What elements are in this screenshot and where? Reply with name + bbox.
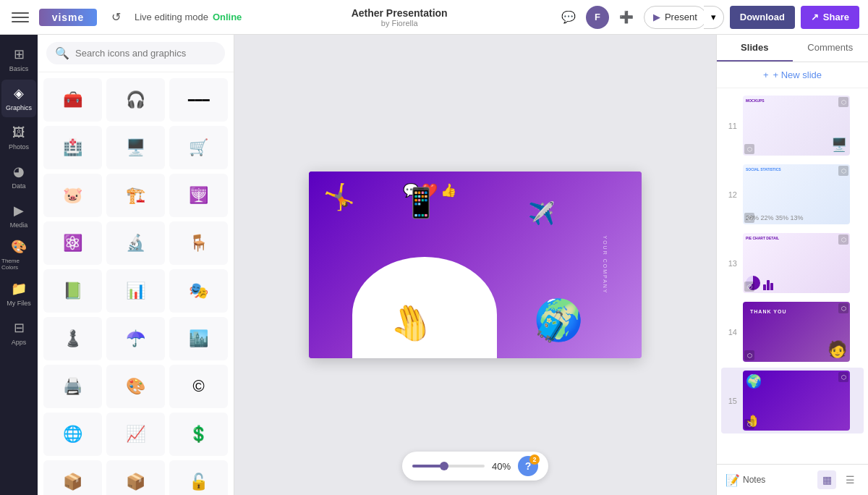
my-files-icon: 📁 <box>11 281 27 297</box>
presentation-subtitle: by Fiorella <box>381 19 418 28</box>
search-input-wrap: 🔍 <box>46 42 225 64</box>
graphics-panel: 🔍 🧰 🎧 ━━━ 🏥 🖥️ 🛒 🐷 🏗️ 🕎 ⚛️ 🔬 🪑 📗 📊 <box>38 35 234 495</box>
presentation-title: Aether Presentation <box>352 7 448 19</box>
data-icon: ◕ <box>13 164 25 179</box>
apps-icon: ⊟ <box>14 320 25 336</box>
tab-comments[interactable]: Comments <box>793 35 869 62</box>
list-view-button[interactable]: ☰ <box>841 470 859 489</box>
notes-icon: 📝 <box>726 473 740 487</box>
graphic-item[interactable]: ⚛️ <box>43 221 102 265</box>
menu-icon[interactable] <box>9 6 32 29</box>
search-box: 🔍 <box>38 35 234 72</box>
slide-bars <box>396 308 428 351</box>
zoom-value: 40% <box>492 461 511 472</box>
graphic-item[interactable]: 💲 <box>169 412 228 456</box>
sidebar-item-label: Graphics <box>6 104 32 111</box>
sidebar-item-photos[interactable]: 🖼 Photos <box>1 119 36 156</box>
graphics-grid: 🧰 🎧 ━━━ 🏥 🖥️ 🛒 🐷 🏗️ 🕎 ⚛️ 🔬 🪑 📗 📊 🎭 ♟️ ☂️… <box>38 72 234 495</box>
graphic-item[interactable]: 🖥️ <box>106 126 165 169</box>
slide-number: 15 <box>724 397 737 405</box>
sidebar-item-label: Photos <box>9 143 29 151</box>
sidebar-item-apps[interactable]: ⊟ Apps <box>1 314 36 352</box>
slide-item-15[interactable]: 15 ⬡ 🌍 🤚 ⬡ <box>721 368 864 433</box>
graphic-item[interactable]: 📊 <box>106 269 165 313</box>
slide-person: 🤸 <box>323 182 355 212</box>
graphic-item[interactable]: ━━━ <box>169 78 228 122</box>
grid-view-button[interactable]: ▦ <box>817 470 836 489</box>
canvas-area: 🤸 💬❤️👍 📱 🤚 ✈️ 🌍 🧳 YOUR COMPANY <box>234 35 716 495</box>
topbar: visme ↺ Live editing mode Online Aether … <box>0 0 868 35</box>
graphic-item[interactable]: 🎧 <box>106 78 165 122</box>
graphic-item[interactable]: 🏙️ <box>169 317 228 360</box>
graphic-item[interactable]: 🧰 <box>43 78 102 122</box>
notes-button[interactable]: 📝 Notes <box>726 473 765 487</box>
graphic-item[interactable]: ©️ <box>169 365 228 408</box>
search-icon: 🔍 <box>55 46 69 60</box>
sidebar-item-label: Data <box>12 182 25 190</box>
graphic-item[interactable]: 📗 <box>43 269 102 313</box>
graphic-item[interactable]: ♟️ <box>43 317 102 360</box>
graphic-item[interactable]: 🎭 <box>169 269 228 313</box>
graphic-item[interactable]: 🔬 <box>106 221 165 265</box>
slide-item-12[interactable]: 12 ⬡ SOCIAL STATISTICS 28% 22% 35% 13% ⬡ <box>721 161 864 227</box>
presentation-info: Aether Presentation by Fiorella <box>249 7 550 28</box>
sidebar-item-media[interactable]: ▶ Media <box>1 197 36 234</box>
slide-item-14[interactable]: 14 ⬡ THANK YOU 🧑 ⬡ <box>721 299 864 365</box>
logo-image: visme <box>39 9 97 26</box>
slide-number: 12 <box>724 190 737 199</box>
present-button[interactable]: ▶ Present <box>644 6 707 29</box>
graphic-item[interactable]: 🐷 <box>43 174 102 217</box>
online-badge: Online <box>213 12 242 22</box>
sidebar-item-theme-colors[interactable]: 🎨 Theme Colors <box>1 236 36 274</box>
graphic-item[interactable]: 📈 <box>106 412 165 456</box>
slide-number: 13 <box>724 259 737 268</box>
graphic-item[interactable]: 🛒 <box>169 126 228 169</box>
new-slide-button[interactable]: + + New slide <box>717 62 868 88</box>
present-dropdown-button[interactable]: ▾ <box>704 6 724 29</box>
share-button[interactable]: ↗ Share <box>801 6 859 29</box>
tab-slides[interactable]: Slides <box>717 35 793 62</box>
graphic-item[interactable]: 🏥 <box>43 126 102 169</box>
sidebar-item-my-files[interactable]: 📁 My Files <box>1 275 36 313</box>
graphic-item[interactable]: 🏗️ <box>106 174 165 217</box>
graphic-item[interactable]: 🕎 <box>169 174 228 217</box>
graphic-item[interactable]: 📦 <box>106 460 165 495</box>
slide-item-11[interactable]: 11 ⬡ MOCKUPS 🖥️ ⬡ <box>721 93 864 158</box>
theme-colors-icon: 🎨 <box>11 239 27 255</box>
comments-icon[interactable]: 💬 <box>557 6 580 29</box>
graphic-item[interactable]: 🖨️ <box>43 365 102 408</box>
slide-canvas[interactable]: 🤸 💬❤️👍 📱 🤚 ✈️ 🌍 🧳 YOUR COMPANY <box>309 172 642 358</box>
edit-mode-label: Live editing mode Online <box>135 12 242 22</box>
slides-comments-tabs: Slides Comments <box>717 35 868 62</box>
undo-button[interactable]: ↺ <box>104 6 127 29</box>
avatar[interactable]: F <box>586 6 609 29</box>
slide-thumbnail-12: ⬡ SOCIAL STATISTICS 28% 22% 35% 13% ⬡ <box>743 164 850 224</box>
sidebar-item-basics[interactable]: ⊞ Basics <box>1 41 36 78</box>
sidebar-item-graphics[interactable]: ◈ Graphics <box>1 80 36 117</box>
slide-item-13[interactable]: 13 ⬡ PIE CHART DETAIL <box>721 230 864 296</box>
graphic-item[interactable]: 🪑 <box>169 221 228 265</box>
main-layout: ⊞ Basics ◈ Graphics 🖼 Photos ◕ Data ▶ Me… <box>0 35 868 495</box>
sidebar-item-label: Theme Colors <box>1 258 36 271</box>
slide-thumbnail-15: ⬡ 🌍 🤚 ⬡ <box>743 371 850 431</box>
slide-thumbnail-14: ⬡ THANK YOU 🧑 ⬡ <box>743 302 850 362</box>
search-input[interactable] <box>75 48 216 59</box>
zoom-slider[interactable] <box>412 465 485 468</box>
sidebar-item-data[interactable]: ◕ Data <box>1 158 36 195</box>
add-collaborator-icon[interactable]: ➕ <box>615 6 638 29</box>
download-button[interactable]: Download <box>730 6 795 29</box>
slides-list: 11 ⬡ MOCKUPS 🖥️ ⬡ 12 ⬡ SOCIAL STATISTICS <box>717 88 868 464</box>
left-sidebar: ⊞ Basics ◈ Graphics 🖼 Photos ◕ Data ▶ Me… <box>0 35 38 495</box>
notification-badge: 2 <box>529 454 540 465</box>
graphics-icon: ◈ <box>14 85 24 101</box>
graphic-item[interactable]: ☂️ <box>106 317 165 360</box>
sidebar-item-label: My Files <box>7 300 31 307</box>
slide-company-label: YOUR COMPANY <box>603 235 608 294</box>
topbar-right: 💬 F ➕ ▶ Present ▾ Download ↗ Share <box>557 6 859 29</box>
logo: visme <box>39 9 97 26</box>
graphic-item[interactable]: 🌐 <box>43 412 102 456</box>
right-panel: Slides Comments + + New slide 11 ⬡ MOCKU… <box>716 35 868 495</box>
graphic-item[interactable]: 📦 <box>43 460 102 495</box>
graphic-item[interactable]: 🎨 <box>106 365 165 408</box>
graphic-item[interactable]: 🔓 <box>169 460 228 495</box>
